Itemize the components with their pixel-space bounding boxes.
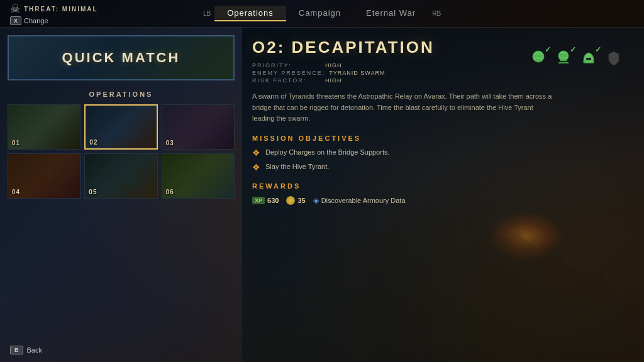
left-panel: QUICK MATCH OPERATIONS 01 02 xyxy=(0,28,242,362)
mission-02-label: 02 xyxy=(89,139,97,146)
coin-icon xyxy=(286,196,295,205)
difficulty-icon-4 xyxy=(604,48,624,68)
tab-eternal-war[interactable]: Eternal War xyxy=(353,6,428,21)
enemy-key: ENEMY PRESENCE: xyxy=(252,70,325,76)
priority-value: HIGH xyxy=(325,62,342,69)
quick-match-label: QUICK MATCH xyxy=(62,50,180,66)
enemy-value: TYRANID SWARM xyxy=(329,70,385,76)
data-icon: ◈ xyxy=(313,196,319,205)
mission-thumb-05[interactable]: 05 xyxy=(84,153,157,199)
mission-01-deco xyxy=(23,121,66,140)
tab-campaign[interactable]: Campaign xyxy=(286,6,353,21)
risk-key: RISK FACTOR: xyxy=(252,77,321,84)
change-button[interactable]: X Change xyxy=(10,16,48,25)
svg-point-7 xyxy=(564,54,567,57)
mission-thumb-06[interactable]: 06 xyxy=(162,153,235,199)
mission-grid: 01 02 03 xyxy=(8,104,235,199)
mission-content: ✓ ✓ xyxy=(252,38,634,205)
difficulty-icon-2: ✓ xyxy=(553,48,574,68)
mission-thumb-04[interactable]: 04 xyxy=(8,153,80,199)
lb-indicator: LB xyxy=(199,10,214,17)
xp-icon: XP xyxy=(252,197,265,204)
mission-02-deco xyxy=(100,120,142,139)
risk-value: HIGH xyxy=(325,77,342,84)
objective-text-1: Deploy Charges on the Bridge Supports. xyxy=(265,148,390,156)
operations-heading: OPERATIONS xyxy=(8,90,235,98)
shield-icon-diff xyxy=(605,49,623,67)
mission-description: A swarm of Tyranids threatens the Astrop… xyxy=(252,91,554,124)
svg-point-6 xyxy=(560,54,563,57)
threat-skull-icon: ☠ xyxy=(10,2,20,16)
svg-point-3 xyxy=(535,55,538,57)
xp-value: 630 xyxy=(267,197,279,204)
back-label: Back xyxy=(27,346,42,354)
svg-point-4 xyxy=(539,55,541,57)
checkmark-2: ✓ xyxy=(570,45,576,54)
mission-05-label: 05 xyxy=(89,189,97,195)
meta-risk: RISK FACTOR: HIGH xyxy=(252,77,634,84)
x-button-indicator[interactable]: X xyxy=(10,16,21,25)
change-label: Change xyxy=(24,17,48,25)
mission-01-label: 01 xyxy=(12,140,20,146)
reward-data: ◈ Discoverable Armoury Data xyxy=(313,196,406,205)
quick-match-button[interactable]: QUICK MATCH xyxy=(8,35,235,80)
mission-06-label: 06 xyxy=(166,189,174,195)
mission-04-label: 04 xyxy=(12,189,20,195)
rewards-row: XP 630 35 ◈ Discoverable Armoury Data xyxy=(252,196,634,205)
mission-05-deco xyxy=(99,170,143,189)
mission-thumb-03[interactable]: 03 xyxy=(162,104,235,150)
data-label: Discoverable Armoury Data xyxy=(321,197,406,204)
objective-item-2: ❖ Slay the Hive Tyrant. xyxy=(252,163,634,172)
mission-03-deco xyxy=(177,121,220,140)
b-button-indicator[interactable]: B xyxy=(10,346,23,354)
checkmark-1: ✓ xyxy=(545,45,551,54)
right-panel: ✓ ✓ xyxy=(242,28,644,362)
mission-03-label: 03 xyxy=(166,140,174,146)
tab-operations[interactable]: Operations xyxy=(214,6,286,21)
checkmark-3: ✓ xyxy=(595,45,601,54)
priority-key: PRIORITY: xyxy=(252,62,321,69)
objective-item-1: ❖ Deploy Charges on the Bridge Supports. xyxy=(252,148,634,158)
difficulty-icon-3: ✓ xyxy=(579,48,599,68)
coin-value: 35 xyxy=(297,197,305,204)
mission-04-deco xyxy=(23,170,66,189)
nav-tabs: LB Operations Campaign Eternal War RB xyxy=(199,6,445,21)
mission-thumb-02[interactable]: 02 xyxy=(84,104,157,150)
svg-rect-9 xyxy=(586,58,591,60)
mission-06-deco xyxy=(177,170,220,189)
objective-text-2: Slay the Hive Tyrant. xyxy=(265,163,329,170)
difficulty-icon-1: ✓ xyxy=(528,48,548,68)
meta-enemy: ENEMY PRESENCE: TYRANID SWARM xyxy=(252,70,634,76)
reward-coins: 35 xyxy=(286,196,305,205)
mission-thumb-01[interactable]: 01 xyxy=(8,104,80,150)
structure-silhouette xyxy=(242,178,644,362)
rewards-heading: REWARDS xyxy=(252,182,634,190)
objectives-heading: MISSION OBJECTIVES xyxy=(252,134,634,142)
objective-icon-2: ❖ xyxy=(252,162,260,172)
bottom-bar: B Back xyxy=(10,346,42,354)
threat-label: THREAT: MINIMAL xyxy=(24,6,98,13)
difficulty-icons: ✓ ✓ xyxy=(528,48,624,68)
rb-indicator: RB xyxy=(428,10,445,17)
reward-xp: XP 630 xyxy=(252,197,279,204)
svg-rect-1 xyxy=(462,215,464,362)
top-navigation: ☠ THREAT: MINIMAL X Change LB Operations… xyxy=(0,0,644,28)
objective-icon-1: ❖ xyxy=(252,148,260,158)
threat-info: ☠ THREAT: MINIMAL X Change xyxy=(10,2,98,25)
objectives-list: ❖ Deploy Charges on the Bridge Supports.… xyxy=(252,148,634,172)
